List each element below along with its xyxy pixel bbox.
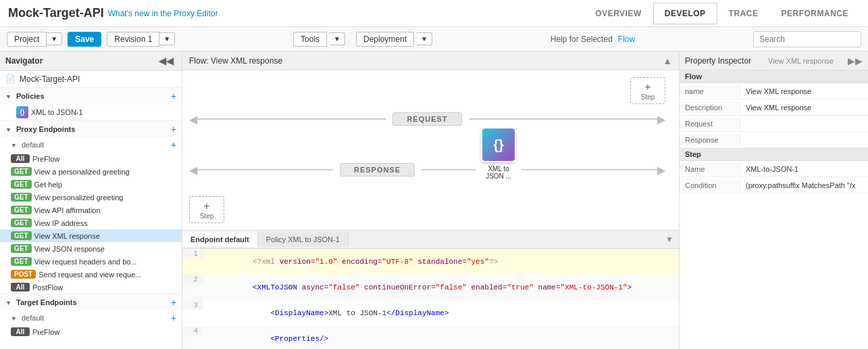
view-ip-item[interactable]: GET View IP address <box>0 216 182 229</box>
code-scroll-down-btn[interactable]: ▼ <box>660 232 679 247</box>
flow-canvas: + Step ◀ REQUEST ▶ ◀ RESPONSE <box>182 70 679 230</box>
get-help-item[interactable]: GET Get help <box>0 178 182 191</box>
tools-dropdown-btn[interactable]: ▼ <box>330 32 345 45</box>
canvas-area: Flow: View XML response ▲ + Step ◀ REQUE… <box>182 51 679 349</box>
code-tab-policy[interactable]: Policy XML to JSON-1 <box>258 232 349 247</box>
view-xml-response-item[interactable]: GET View XML response <box>0 229 182 242</box>
target-endpoints-triangle-icon: ▼ <box>5 300 11 306</box>
top-header: Mock-Target-API What's new in the Proxy … <box>0 0 868 27</box>
plus-icon: + <box>644 81 650 93</box>
project-dropdown-btn[interactable]: ▼ <box>47 32 62 45</box>
view-personalized-greeting-item[interactable]: GET View personalized greeting <box>0 191 182 204</box>
api-affirmation-item[interactable]: GET View API affirmation <box>0 204 182 216</box>
api-affirmation-label: View API affirmation <box>34 206 101 214</box>
default-target-triangle-icon: ▼ <box>11 315 17 322</box>
view-request-headers-item[interactable]: GET View request headers and bo... <box>0 255 182 268</box>
preflow-badge: All <box>11 154 30 163</box>
revision-dropdown-btn[interactable]: ▼ <box>159 32 175 45</box>
property-row-request: Request <box>680 116 868 132</box>
whats-new-link[interactable]: What's new in the Proxy Editor <box>108 9 218 18</box>
property-val-step-name: XML-to-JSON-1 <box>740 163 868 175</box>
revision-button[interactable]: Revision 1 <box>107 32 159 47</box>
line-code-3: <DisplayName>XML to JSON-1</DisplayName> <box>203 300 679 326</box>
flow-help-link[interactable]: Flow <box>618 34 635 44</box>
app-title: Mock-Target-API <box>8 6 104 20</box>
deployment-button[interactable]: Deployment <box>356 32 414 47</box>
section-proxy-endpoints[interactable]: ▼ Proxy Endpoints + <box>0 120 182 137</box>
request-row: ◀ REQUEST ▶ <box>189 112 665 126</box>
add-default-proxy-btn[interactable]: + <box>171 139 176 150</box>
canvas-header: Flow: View XML response ▲ <box>182 51 679 70</box>
code-editor[interactable]: 1 <?xml version="1.0" encoding="UTF-8" s… <box>182 249 679 349</box>
top-step-box[interactable]: + Step <box>630 77 665 104</box>
step-label-1: Step <box>641 93 655 101</box>
send-request-item[interactable]: POST Send request and view reque... <box>0 268 182 281</box>
property-key-step-name: Name <box>680 163 740 175</box>
property-row-description: Description View XML response <box>680 99 868 116</box>
deployment-dropdown-btn[interactable]: ▼ <box>417 32 432 45</box>
property-key-condition: Condition <box>680 179 740 191</box>
response-row: ◀ RESPONSE {} XML toJSON ... ▶ <box>189 145 665 195</box>
code-tab-endpoint[interactable]: Endpoint default <box>182 232 258 247</box>
get-badge-7: GET <box>11 244 32 253</box>
default-proxy-label: default <box>22 141 44 149</box>
property-expand-btn[interactable]: ▶▶ <box>848 55 863 66</box>
response-label-box: RESPONSE <box>340 163 415 177</box>
canvas-title: Flow: View XML response <box>189 56 282 66</box>
get-badge-2: GET <box>11 180 32 189</box>
view-json-response-item[interactable]: GET View JSON response <box>0 242 182 255</box>
bottom-step-box[interactable]: + Step <box>189 196 224 223</box>
add-default-target-btn[interactable]: + <box>171 312 176 323</box>
property-step-section: Step <box>680 148 868 161</box>
postflow-item[interactable]: All PostFlow <box>0 281 182 294</box>
help-for-selected-label: Help for Selected <box>551 34 613 44</box>
get-badge-5: GET <box>11 218 32 227</box>
save-button[interactable]: Save <box>68 32 101 47</box>
section-target-endpoints[interactable]: ▼ Target Endpoints + <box>0 294 182 310</box>
navigator-title: Navigator <box>5 56 43 66</box>
policies-triangle-icon: ▼ <box>5 93 11 100</box>
sidebar-collapse-btn[interactable]: ◀◀ <box>156 55 176 66</box>
line-code-2: <XMLToJSON async="false" continueOnError… <box>203 275 679 300</box>
sidebar-root-item[interactable]: 📄 Mock-Target-API <box>0 71 182 87</box>
project-button[interactable]: Project <box>7 32 47 47</box>
target-preflow-label: PreFlow <box>32 328 59 336</box>
xml-to-json-icon[interactable]: {} <box>481 127 516 162</box>
target-preflow-item[interactable]: All PreFlow <box>0 325 182 338</box>
default-target-subsection[interactable]: ▼ default + <box>0 310 182 325</box>
property-flow-section: Flow <box>680 70 868 83</box>
request-arrow-head: ▶ <box>657 113 665 126</box>
xml-to-json-policy-item[interactable]: {} XML to JSON-1 <box>0 104 182 120</box>
default-proxy-subsection[interactable]: ▼ default + <box>0 137 182 152</box>
get-badge-3: GET <box>11 193 32 202</box>
xml-policy-icon: {} <box>16 106 28 118</box>
post-badge-1: POST <box>11 270 36 279</box>
nav-overview[interactable]: OVERVIEW <box>584 3 653 24</box>
property-inspector-title: Property Inspector <box>685 56 751 66</box>
main-layout: Navigator ◀◀ 📄 Mock-Target-API ▼ Policie… <box>0 51 868 349</box>
canvas-scroll-up-btn[interactable]: ▲ <box>663 55 672 66</box>
default-target-label: default <box>22 314 44 322</box>
get-badge-4: GET <box>11 206 32 214</box>
root-item-label: Mock-Target-API <box>20 74 80 84</box>
plus-icon-2: + <box>203 200 209 212</box>
property-row-response: Response <box>680 132 868 148</box>
response-line-2 <box>422 169 476 170</box>
nav-trace[interactable]: TRACE <box>717 3 770 24</box>
add-proxy-endpoint-btn[interactable]: + <box>171 124 176 135</box>
section-policies[interactable]: ▼ Policies + <box>0 87 182 104</box>
search-input[interactable] <box>753 31 861 47</box>
preflow-item[interactable]: All PreFlow <box>0 152 182 165</box>
line-code-4: <Properties/> <box>203 326 679 349</box>
add-target-endpoint-btn[interactable]: + <box>171 297 176 308</box>
code-line-3: 3 <DisplayName>XML to JSON-1</DisplayNam… <box>182 300 679 326</box>
xml-to-json-icon-label: XML toJSON ... <box>478 165 519 180</box>
line-num-3: 3 <box>182 300 203 310</box>
response-line-3 <box>521 169 657 170</box>
xml-json-policy-container[interactable]: {} XML toJSON ... <box>478 145 519 195</box>
personalized-greeting-item[interactable]: GET View a personalized greeting <box>0 165 182 178</box>
nav-develop[interactable]: DEVELOP <box>653 3 717 24</box>
tools-button[interactable]: Tools <box>293 32 327 47</box>
add-policy-btn[interactable]: + <box>171 91 176 101</box>
nav-performance[interactable]: PERFORMANCE <box>769 3 860 24</box>
